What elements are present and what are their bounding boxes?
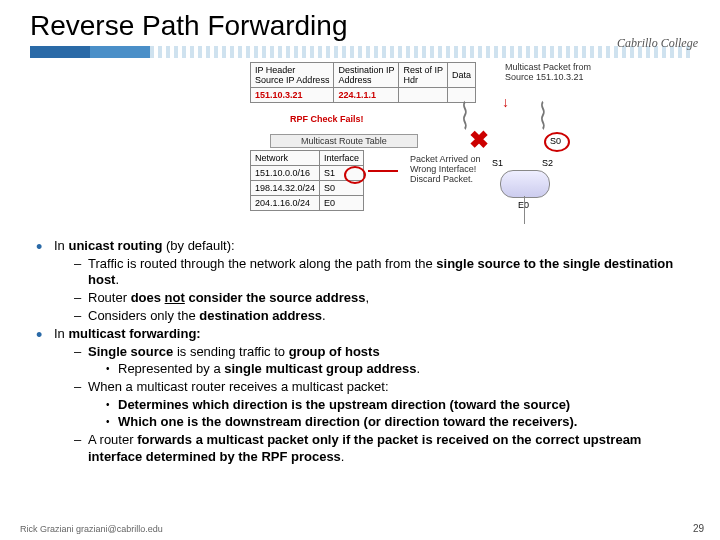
- rpf-fail-label: RPF Check Fails!: [290, 114, 364, 124]
- list-item: Determines which direction is the upstre…: [106, 397, 696, 414]
- mrt-h: Interface: [320, 151, 364, 166]
- mrt-cell: E0: [320, 196, 364, 211]
- page-title: Reverse Path Forwarding: [0, 0, 720, 46]
- zigzag-icon: ⌇: [538, 94, 548, 137]
- content-list: In unicast routing (by default): Traffic…: [36, 238, 696, 465]
- college-logo: Cabrillo College: [617, 36, 698, 51]
- list-item: In unicast routing (by default): Traffic…: [36, 238, 696, 324]
- hdr-cell: IP HeaderSource IP Address: [251, 63, 334, 88]
- hdr-cell: Data: [447, 63, 475, 88]
- red-arrow-icon: [368, 170, 398, 172]
- mrt-title: Multicast Route Table: [270, 134, 418, 148]
- list-item: Single source is sending traffic to grou…: [74, 344, 696, 378]
- hdr-cell: Destination IPAddress: [334, 63, 399, 88]
- s0-circle-icon: [544, 132, 570, 152]
- line-icon: [524, 196, 525, 224]
- list-item: Router does not consider the source addr…: [74, 290, 696, 307]
- rpf-diagram: IP HeaderSource IP Address Destination I…: [30, 62, 690, 232]
- list-item: Considers only the destination address.: [74, 308, 696, 325]
- list-item: When a multicast router receives a multi…: [74, 379, 696, 431]
- mrt-cell: 198.14.32.0/24: [251, 181, 320, 196]
- mrt-cell: 151.10.0.0/16: [251, 166, 320, 181]
- list-item: In multicast forwarding: Single source i…: [36, 326, 696, 465]
- arrive-label: Packet Arrived onWrong Interface!Discard…: [410, 154, 481, 184]
- dst-ip: 224.1.1.1: [334, 88, 399, 103]
- footer-credit: Rick Graziani graziani@cabrillo.edu: [20, 524, 163, 534]
- list-item: Represented by a single multicast group …: [106, 361, 696, 378]
- list-item: Which one is the downstream direction (o…: [106, 414, 696, 431]
- list-item: A router forwards a multicast packet onl…: [74, 432, 696, 465]
- mrt-cell: 204.1.16.0/24: [251, 196, 320, 211]
- list-item: Traffic is routed through the network al…: [74, 256, 696, 289]
- page-number: 29: [693, 523, 704, 534]
- mrt-h: Network: [251, 151, 320, 166]
- decorative-bar: [30, 46, 690, 58]
- down-arrow-icon: ↓: [502, 94, 509, 110]
- s1-circle-icon: [344, 166, 366, 184]
- port-label: S2: [542, 158, 553, 168]
- side-label: Multicast Packet fromSource 151.10.3.21: [505, 62, 591, 82]
- hdr-cell: Rest of IPHdr: [399, 63, 448, 88]
- port-label: S1: [492, 158, 503, 168]
- src-ip: 151.10.3.21: [251, 88, 334, 103]
- router-icon: [500, 170, 550, 198]
- discard-x-icon: ✖: [469, 126, 489, 154]
